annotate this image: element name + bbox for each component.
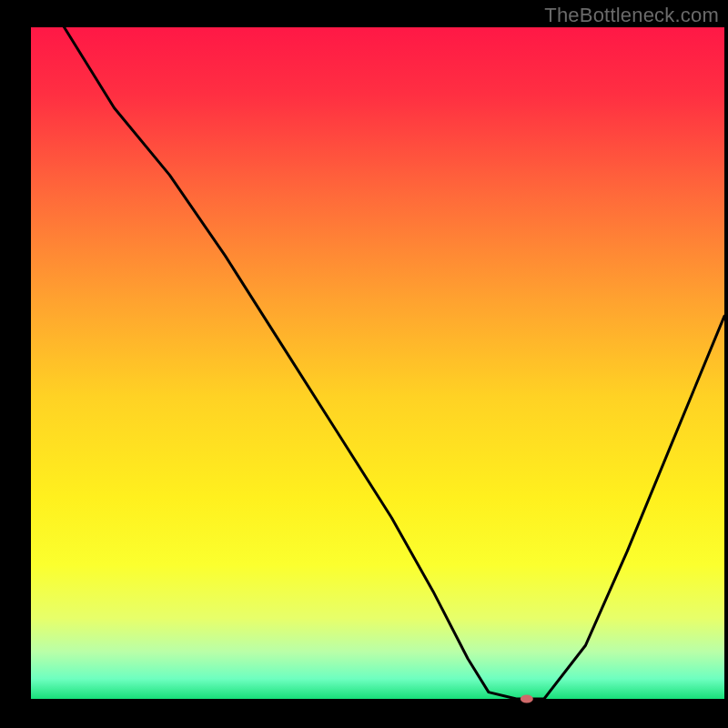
chart-container: TheBottleneck.com — [0, 0, 728, 728]
bottleneck-chart — [0, 0, 728, 728]
watermark-text: TheBottleneck.com — [544, 4, 719, 27]
plot-background — [31, 27, 724, 699]
optimal-marker — [521, 695, 533, 703]
